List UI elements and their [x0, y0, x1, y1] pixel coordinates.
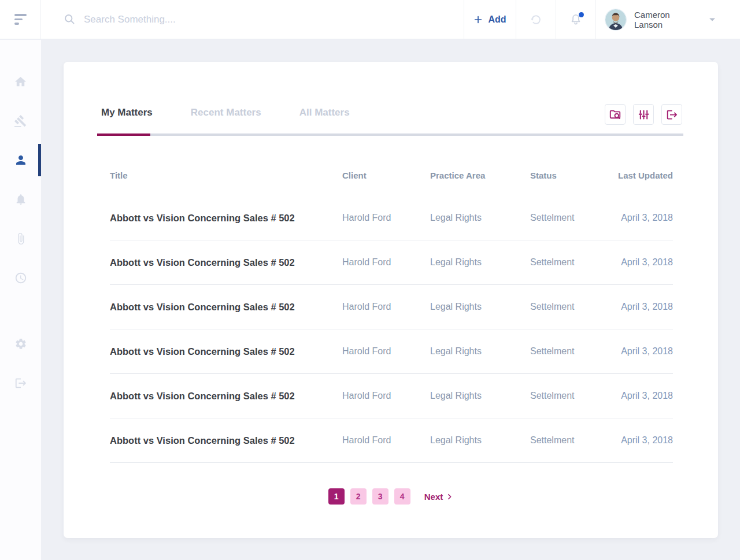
- matter-practice-area: Legal Rights: [430, 302, 530, 312]
- table-row[interactable]: Abbott vs Vision Concerning Sales # 502 …: [110, 374, 673, 418]
- table-row[interactable]: Abbott vs Vision Concerning Sales # 502 …: [110, 240, 673, 285]
- table-header: Title Client Practice Area Status Last U…: [110, 166, 673, 184]
- matter-last-updated: April 3, 2018: [617, 346, 673, 357]
- next-label: Next: [424, 492, 443, 502]
- gear-icon: [14, 338, 27, 350]
- matter-status: Settelment: [530, 302, 617, 312]
- tab-all-matters[interactable]: All Matters: [299, 107, 350, 118]
- search-bar: [41, 0, 464, 39]
- export-matters-button[interactable]: [661, 104, 682, 125]
- add-button[interactable]: Add: [473, 14, 506, 25]
- matter-client: Harold Ford: [342, 257, 430, 268]
- matter-status: Settelment: [530, 213, 617, 223]
- table-row[interactable]: Abbott vs Vision Concerning Sales # 502 …: [110, 418, 673, 463]
- matter-client: Harold Ford: [342, 391, 430, 401]
- matter-title: Abbott vs Vision Concerning Sales # 502: [110, 391, 342, 402]
- matter-status: Settelment: [530, 257, 617, 268]
- hamburger-icon: [14, 14, 27, 25]
- matter-practice-area: Legal Rights: [430, 213, 530, 223]
- matter-last-updated: April 3, 2018: [617, 213, 673, 223]
- table-row[interactable]: Abbott vs Vision Concerning Sales # 502 …: [110, 196, 673, 240]
- table-body: Abbott vs Vision Concerning Sales # 502 …: [110, 196, 673, 463]
- sidebar-item-history[interactable]: [0, 258, 41, 298]
- column-header-practice-area: Practice Area: [430, 170, 530, 180]
- paperclip-icon: [14, 232, 27, 245]
- bell-icon: [14, 193, 27, 206]
- matter-title: Abbott vs Vision Concerning Sales # 502: [110, 257, 342, 268]
- column-header-title: Title: [110, 170, 342, 180]
- sidebar-item-settings[interactable]: [0, 324, 41, 364]
- matter-title: Abbott vs Vision Concerning Sales # 502: [110, 213, 342, 224]
- sidebar-item-logout[interactable]: [0, 364, 41, 403]
- sidebar-item-notifications[interactable]: [0, 180, 41, 219]
- sidebar-item-attachments[interactable]: [0, 219, 41, 258]
- notification-dot-badge: [579, 12, 584, 17]
- tab-underline-track: [97, 133, 683, 136]
- home-icon: [14, 75, 27, 88]
- user-menu[interactable]: Cameron Lanson: [595, 0, 740, 39]
- table-row[interactable]: Abbott vs Vision Concerning Sales # 502 …: [110, 329, 673, 374]
- add-section: Add: [464, 0, 516, 39]
- export-icon: [666, 109, 678, 121]
- column-header-status: Status: [530, 170, 617, 180]
- sidebar-item-matters[interactable]: [0, 101, 41, 140]
- matter-last-updated: April 3, 2018: [617, 391, 673, 401]
- menu-toggle-button[interactable]: [0, 0, 41, 39]
- matter-last-updated: April 3, 2018: [617, 435, 673, 446]
- clock-icon: [14, 272, 27, 284]
- matter-practice-area: Legal Rights: [430, 391, 530, 401]
- folder-search-icon: [609, 108, 621, 121]
- matter-client: Harold Ford: [342, 213, 430, 223]
- page-button[interactable]: 1: [328, 488, 345, 505]
- page-button[interactable]: 4: [394, 488, 410, 505]
- matter-practice-area: Legal Rights: [430, 257, 530, 268]
- page-button[interactable]: 3: [372, 488, 388, 505]
- plus-icon: [473, 15, 483, 24]
- page-button[interactable]: 2: [350, 488, 367, 505]
- matter-client: Harold Ford: [342, 302, 430, 312]
- tab-underline-active: [97, 133, 150, 136]
- column-header-last-updated: Last Updated: [617, 170, 673, 180]
- matter-title: Abbott vs Vision Concerning Sales # 502: [110, 346, 342, 357]
- pagination-pages: 1 2 3 4: [328, 488, 410, 505]
- matter-last-updated: April 3, 2018: [617, 257, 673, 268]
- tab-recent-matters[interactable]: Recent Matters: [191, 107, 261, 118]
- matter-client: Harold Ford: [342, 346, 430, 357]
- topbar: Add: [0, 0, 740, 39]
- search-icon: [64, 13, 76, 25]
- search-matters-button[interactable]: [605, 104, 626, 125]
- matter-title: Abbott vs Vision Concerning Sales # 502: [110, 435, 342, 446]
- avatar: [605, 9, 626, 30]
- matter-status: Settelment: [530, 346, 617, 357]
- chevron-right-icon: [446, 493, 453, 500]
- table-row[interactable]: Abbott vs Vision Concerning Sales # 502 …: [110, 285, 673, 329]
- matter-last-updated: April 3, 2018: [617, 302, 673, 312]
- add-button-label: Add: [488, 14, 506, 25]
- matter-title: Abbott vs Vision Concerning Sales # 502: [110, 302, 342, 313]
- matters-toolbar: [605, 104, 682, 125]
- matter-client: Harold Ford: [342, 435, 430, 446]
- next-page-button[interactable]: Next: [424, 492, 454, 502]
- matters-tabs: My Matters Recent Matters All Matters: [101, 107, 350, 118]
- logout-icon: [14, 377, 27, 390]
- column-header-client: Client: [342, 170, 430, 180]
- tab-my-matters[interactable]: My Matters: [101, 107, 153, 118]
- user-icon: [14, 153, 28, 167]
- sidebar-item-home[interactable]: [0, 62, 41, 101]
- refresh-icon: [530, 13, 542, 26]
- gavel-icon: [14, 114, 27, 128]
- sidebar: [0, 40, 41, 560]
- refresh-button[interactable]: [530, 13, 542, 26]
- user-name: Cameron Lanson: [634, 10, 701, 29]
- matters-card: My Matters Recent Matters All Matters: [64, 62, 718, 538]
- filter-sliders-icon: [638, 109, 650, 121]
- matter-status: Settelment: [530, 435, 617, 446]
- filter-matters-button[interactable]: [633, 104, 654, 125]
- notifications-button[interactable]: [569, 13, 582, 26]
- sidebar-item-clients[interactable]: [0, 140, 41, 180]
- notifications-section: [556, 0, 595, 39]
- refresh-section: [516, 0, 556, 39]
- chevron-down-icon: [709, 17, 716, 22]
- search-input[interactable]: [84, 14, 384, 25]
- matter-practice-area: Legal Rights: [430, 346, 530, 357]
